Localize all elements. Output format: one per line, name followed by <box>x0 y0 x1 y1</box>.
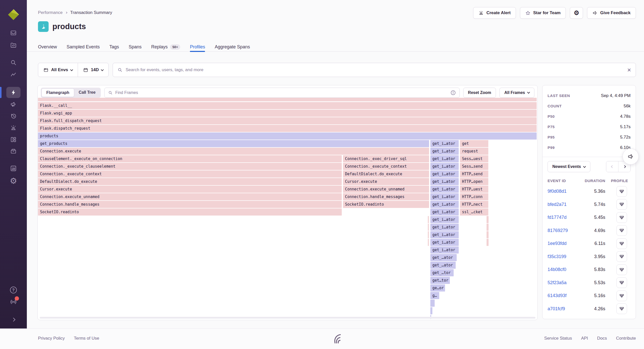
flame-frame[interactable]: get_i…ator <box>430 193 459 200</box>
give-feedback-button[interactable]: Give Feedback <box>587 7 636 19</box>
sidebar-item-projects[interactable] <box>10 42 17 49</box>
flame-frame[interactable]: Connection._execute_clauseelement <box>38 163 342 170</box>
profile-button[interactable] <box>616 212 627 223</box>
flame-frame[interactable]: get_i…ator <box>430 231 459 238</box>
profile-button[interactable] <box>616 251 627 262</box>
flame-frame[interactable]: Flask.dispatch_request <box>38 125 537 132</box>
tab-overview[interactable]: Overview <box>38 42 57 52</box>
flame-frame[interactable]: ClauseElement._execute_on_connection <box>38 155 342 162</box>
sidebar-item-performance[interactable] <box>10 71 17 78</box>
settings-button[interactable]: ⚙ <box>570 7 583 19</box>
profile-button[interactable] <box>616 225 627 236</box>
flame-frame[interactable]: get_i…ator <box>430 224 459 231</box>
tab-replays[interactable]: Replays 50+ <box>151 42 180 52</box>
flame-frame[interactable]: get_i…ator <box>430 155 459 162</box>
flame-frame[interactable]: get…tor <box>430 277 450 284</box>
flame-frame[interactable]: Connection.handle_messages <box>343 193 429 200</box>
find-frames-input[interactable] <box>115 90 448 95</box>
flame-frame[interactable]: Sess…send <box>460 163 488 170</box>
flame-frame[interactable]: Connection._execute_context <box>343 163 429 170</box>
environment-selector[interactable]: All Envs <box>38 63 78 77</box>
flame-frame-sliver[interactable] <box>487 216 489 223</box>
tab-tags[interactable]: Tags <box>109 42 119 52</box>
event-id-link[interactable]: f35c3199 <box>548 254 577 259</box>
flamegraph-horizontal-scrollbar[interactable] <box>40 317 535 319</box>
flame-frame-sliver[interactable] <box>428 224 429 231</box>
event-id-link[interactable]: 9f0d08d1 <box>548 189 577 194</box>
sidebar-item-search[interactable] <box>10 59 17 66</box>
flame-frame[interactable]: Cursor.execute <box>343 178 429 185</box>
tab-spans[interactable]: Spans <box>129 42 142 52</box>
profile-button[interactable] <box>616 277 627 288</box>
toggle-flamegraph[interactable]: Flamegraph <box>42 88 74 97</box>
flame-frame[interactable]: Connection._execute_context <box>38 170 342 178</box>
flame-frame[interactable]: Connection.execute_unnamed <box>343 186 429 193</box>
events-sort-selector[interactable]: Newest Events <box>548 161 590 172</box>
flame-frame[interactable]: get_i…ator <box>430 148 459 155</box>
clear-search-icon[interactable]: × <box>627 67 631 73</box>
sidebar-item-whats-new[interactable] <box>10 298 17 305</box>
flame-frame[interactable]: g… <box>430 292 439 299</box>
event-id-link[interactable]: 1ee93fdd <box>548 241 577 246</box>
event-id-link[interactable]: 81769279 <box>548 228 577 233</box>
api-link[interactable]: API <box>581 336 588 341</box>
sidebar-item-settings[interactable]: ⚙ <box>10 177 17 185</box>
pager-previous-button[interactable] <box>606 161 618 172</box>
flame-frame[interactable]: DefaultDialect.do_execute <box>38 178 342 185</box>
flame-frame[interactable]: Flask.wsgi_app <box>38 110 537 117</box>
flame-frame[interactable]: get_i…ator <box>430 201 459 208</box>
tab-sampled-events[interactable]: Sampled Events <box>67 42 100 52</box>
flame-frame[interactable]: get_i…ator <box>430 163 459 170</box>
flame-frame[interactable]: SocketIO.readinto <box>343 201 429 208</box>
profile-button[interactable] <box>616 303 627 314</box>
flame-frame[interactable]: get_i…ator <box>430 140 459 147</box>
sidebar-item-profiling[interactable] <box>10 89 17 96</box>
flame-frame[interactable]: Sess…uest <box>460 155 488 162</box>
event-id-link[interactable]: fd17747d <box>548 215 577 220</box>
flame-frame-sliver[interactable] <box>430 300 435 307</box>
flame-frame-sliver[interactable] <box>487 224 489 231</box>
flame-frame[interactable]: HTTP…nect <box>460 201 488 208</box>
event-id-link[interactable]: 52f23a5a <box>548 280 577 285</box>
flame-frame[interactable]: get_products <box>38 140 429 147</box>
flame-frame[interactable]: get_i…ator <box>430 170 459 178</box>
flame-frame[interactable]: HTTP…conn <box>460 193 488 200</box>
flame-frame[interactable]: get_i…ator <box>430 186 459 193</box>
sidebar-item-feedback[interactable] <box>10 101 17 108</box>
tab-aggregate-spans[interactable]: Aggregate Spans <box>215 42 250 52</box>
profile-button[interactable] <box>616 186 627 197</box>
flame-frame[interactable]: DefaultDialect.do_execute <box>343 170 429 178</box>
flamegraph-canvas[interactable]: Flask.__call__ Flask.wsgi_app Flask.full… <box>38 98 537 320</box>
flame-frame[interactable]: get_…tor <box>430 269 454 276</box>
sidebar-item-issues[interactable] <box>10 30 17 36</box>
reset-zoom-button[interactable]: Reset Zoom <box>463 88 496 98</box>
sidebar-item-replays[interactable] <box>10 113 17 120</box>
flame-frame[interactable]: get_i…ator <box>430 178 459 185</box>
flame-frame[interactable]: Connection.execute <box>38 148 429 155</box>
docs-link[interactable]: Docs <box>597 336 607 341</box>
profile-button[interactable] <box>616 238 627 249</box>
flame-frame[interactable]: products <box>38 132 537 140</box>
sidebar-item-dashboards[interactable] <box>10 136 17 143</box>
flame-frame[interactable]: Connection.execute_unnamed <box>38 193 342 200</box>
flame-frame[interactable]: ge…or <box>430 284 445 292</box>
sidebar-item-releases[interactable] <box>10 148 17 155</box>
sentry-logo[interactable] <box>8 9 19 21</box>
toggle-call-tree[interactable]: Call Tree <box>74 88 100 97</box>
flame-frame[interactable]: HTTP…send <box>460 170 488 178</box>
profile-button[interactable] <box>616 290 627 301</box>
breadcrumb-performance[interactable]: Performance <box>38 10 63 15</box>
flame-frame[interactable]: request <box>460 148 488 155</box>
profile-button[interactable] <box>616 199 627 210</box>
all-frames-selector[interactable]: All Frames <box>499 88 534 98</box>
flame-frame[interactable]: HTTP…uest <box>460 186 488 193</box>
flame-frame[interactable]: SocketIO.readinto <box>38 208 342 216</box>
contribute-link[interactable]: Contribute <box>616 336 636 341</box>
sidebar-item-help[interactable]: ? <box>10 287 17 294</box>
privacy-policy-link[interactable]: Privacy Policy <box>38 336 65 341</box>
flame-frame[interactable]: Connection._exec_driver_sql <box>343 155 429 162</box>
flame-frame-clipped[interactable] <box>38 98 537 101</box>
sidebar-expand-button[interactable] <box>12 318 15 321</box>
sidebar-item-alerts[interactable] <box>10 125 17 131</box>
flame-frame[interactable]: Flask.full_dispatch_request <box>38 117 537 124</box>
